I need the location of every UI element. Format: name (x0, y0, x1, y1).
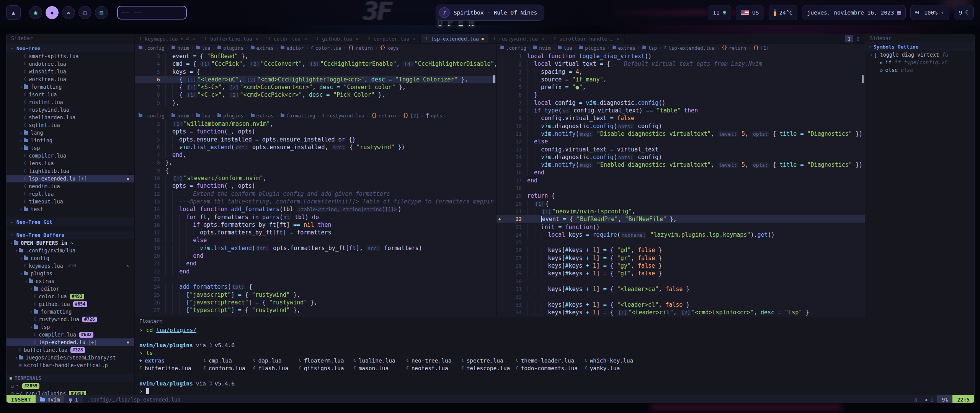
code-line[interactable]: 27▏ ▏ ▏ keys[#keys + 1] = { "gr", false … (497, 254, 865, 262)
code-line[interactable]: 17▏ ▏ ▏ ▏ ▏ opts.formatters_by_ft[ft] = … (135, 229, 496, 236)
app-circle-1[interactable]: ◉ (29, 6, 42, 19)
breadcrumb-segment[interactable]: {}return (348, 45, 373, 51)
tree-item[interactable]: ▤scrollbar-handle-vertical.p (7, 361, 134, 369)
tree-item[interactable]: ☾rustfmt.lua (7, 98, 134, 106)
tree-item[interactable]: ▾extras (7, 277, 134, 285)
file-entry[interactable]: ☾neo-tree.lua (406, 357, 461, 364)
outline-item[interactable]: ◇ifif type(config.vi (865, 59, 974, 66)
breadcrumb-segment[interactable]: editor (281, 45, 304, 51)
breadcrumb-segment[interactable]: lua (196, 113, 211, 119)
file-entry[interactable]: ☾yanky.lua (585, 364, 865, 372)
section-header-neo-tree[interactable]: ▾Neo-Tree (7, 44, 134, 52)
breadcrumb-segment[interactable]: lua (196, 45, 211, 51)
code-line[interactable]: 3▏ ▏ spacing = 4, (497, 68, 865, 76)
close-icon[interactable]: × (356, 36, 359, 42)
breadcrumb-segment[interactable]: nvim (172, 45, 189, 51)
tree-item[interactable]: ☾keymaps.lua#10⚠ (7, 262, 134, 270)
code-line[interactable]: 2▏ local virtual_text = { -- Default vir… (497, 60, 865, 68)
code-line[interactable]: ●22▏ ▏ event = { "BufReadPre", "BufNewFi… (497, 215, 865, 223)
file-entry[interactable]: ☾todo-comments.lua (516, 364, 585, 372)
breadcrumb-segment[interactable]: nvim (533, 45, 550, 51)
breadcrumb-segment[interactable]: ☾lsp-extended.lua (664, 45, 715, 51)
editor-tab[interactable]: ☾color.lua× (263, 34, 312, 43)
breadcrumb-segment[interactable]: {}return (371, 113, 396, 119)
file-entry[interactable]: ☾bufferline.lua (139, 364, 203, 372)
code-line[interactable]: 31▏ ▏ ▏ keys[#keys + 1] = { "<leader>ca"… (497, 285, 865, 293)
tree-item[interactable]: ▾plugins (7, 270, 134, 277)
tree-item[interactable]: ▸linting (7, 137, 134, 144)
editor-tab[interactable]: ☾rustywind.lua× (489, 34, 549, 43)
tree-item[interactable]: ▾.config/nvim/lua (7, 247, 134, 254)
breadcrumb-segment[interactable]: formatting (281, 113, 315, 119)
close-icon[interactable]: × (256, 36, 259, 42)
tree-item[interactable]: ▾formatting (7, 308, 134, 315)
breadcrumb-segment[interactable]: extras (612, 45, 635, 51)
tree-item[interactable]: ☾repl.lua (7, 190, 134, 198)
code-line[interactable]: 10▏ ▏ vim.diagnostic.config(opts: config… (497, 122, 865, 130)
tree-item[interactable]: ▾OPEN BUFFERS in ~ (7, 239, 134, 247)
code-line[interactable]: 11▏ ▏ vim.notify(msg: "Disable diagnosti… (497, 130, 865, 138)
app-circle-5[interactable]: ▤ (95, 6, 108, 19)
code-line[interactable]: 21▏ ▏ ▏ end (135, 260, 496, 267)
breadcrumb-segment[interactable]: ☾rustywind.lua (322, 113, 364, 119)
breadcrumb-segment[interactable]: {}[1] (753, 45, 769, 51)
tree-item[interactable]: ☾isort.lua (7, 91, 134, 98)
close-icon[interactable]: × (541, 36, 544, 42)
code-line[interactable]: 27▏ ▏ ▏ ["typescript"] = { "rustywind" }… (135, 306, 496, 314)
tree-item[interactable]: ☾color.lua#493 (7, 293, 134, 300)
code-line[interactable]: 33▏ ▏ ▏ keys[#keys + 1] = { "<leader>cl"… (497, 301, 865, 309)
tree-item[interactable]: ☾rustywind.lua (7, 106, 134, 114)
code-line[interactable]: 24▏ ▏ ▏ local keys = require(modname: "l… (497, 231, 865, 239)
code-line[interactable]: 15▏ ▏ ▏ for ft, formatters in pairs(t: t… (135, 213, 496, 221)
breadcrumb-segment[interactable]: nvim (172, 113, 189, 119)
outline-item[interactable]: ▾ƒtoggle_diag_virtextfu (865, 51, 974, 59)
tree-item[interactable]: ☾neodim.lua (7, 182, 134, 190)
breadcrumb-segment[interactable]: extras (251, 45, 274, 51)
night-mode-pill[interactable]: 9 ☾ (954, 5, 974, 20)
code-line[interactable]: 32 (497, 293, 865, 301)
prompt-widget[interactable]: —— —— (117, 6, 187, 20)
code-line[interactable]: 8▏ if type(v: config.virtual_text) == "t… (497, 107, 865, 114)
app-circle-4[interactable]: ▢ (78, 6, 91, 19)
outline-item[interactable]: ◇elseelse (865, 66, 974, 74)
close-icon[interactable]: × (192, 36, 195, 42)
tree-item[interactable]: ☾compiler.lua#682 (7, 331, 134, 338)
code-line[interactable]: 34▏ ▏ ▏ keys[#keys + 1] = { [1]"<leader>… (497, 309, 865, 316)
code-line[interactable]: 25 (497, 239, 865, 246)
code-line[interactable]: 3▏ [1]"williamboman/mason.nvim", (135, 120, 496, 128)
code-line[interactable]: 23 (135, 275, 496, 283)
tabpage-2[interactable]: 2 (854, 35, 862, 42)
code-line[interactable]: 24▏ ▏ add_formatters(tbl: { (135, 283, 496, 291)
breadcrumb-segment[interactable]: .config (500, 45, 526, 51)
editor-tab[interactable]: ☾scrollbar-handle-…× (549, 34, 625, 43)
code-line[interactable]: 30 (497, 278, 865, 285)
breadcrumb-segment[interactable]: lua (558, 45, 572, 51)
tree-item[interactable]: ☾undotree.lua (7, 60, 134, 68)
file-entry[interactable]: ☾telescope.lua (461, 364, 516, 372)
date-pill[interactable]: jueves, noviembre 16, 2023 ▦ (802, 5, 906, 20)
terminal-item[interactable]: ▢~/.c/n/l/plugins#3980 (7, 390, 134, 395)
tree-item[interactable]: ▾Juegos/Indies/SteamLibrary/st (7, 354, 134, 361)
code-line[interactable]: 7▏ local config = vim.diagnostic.config(… (497, 99, 865, 107)
code-line[interactable]: 26▏ ▏ ▏ keys[#keys + 1] = { "gd", false … (497, 246, 865, 254)
tree-item[interactable]: ▸lang (7, 129, 134, 137)
code-line[interactable]: 13▏ ▏ ---@param tbl table<string, confor… (135, 198, 496, 205)
launcher-button[interactable]: ▲ (6, 5, 21, 20)
file-entry[interactable]: ☾conform.lua (203, 364, 253, 372)
editor-tab[interactable]: ☾bufferline.lua× (200, 34, 264, 43)
code-line[interactable]: 5▏ keys = { (135, 68, 496, 76)
code-line[interactable]: 4▏ ▏ source = "if_many", (497, 76, 865, 83)
code-line[interactable]: 29▏ ▏ ▏ keys[#keys + 1] = { "gI", false … (497, 270, 865, 277)
tree-item[interactable]: ☾winshift.lua (7, 68, 134, 75)
code-line[interactable]: 14▏ ▏ local function add_formatters(tbl … (135, 205, 496, 213)
editor-tab[interactable]: ☾lsp-extended.lua● (421, 34, 489, 43)
tree-item[interactable]: ▸test (7, 205, 134, 213)
file-entry[interactable]: ☾spectre.lua (461, 357, 516, 364)
scrollbar-handle[interactable] (493, 75, 495, 83)
tree-item[interactable]: ☾shellharden.lua (7, 114, 134, 121)
file-entry[interactable]: ☾lualine.lua (353, 357, 406, 364)
code-line[interactable]: 15▏ ▏ vim.notify(msg: "Enabled diagnosti… (497, 161, 865, 169)
now-playing-widget[interactable]: ♪ Spiritbox - Rule Of Nines (436, 5, 544, 21)
tabpage-1[interactable]: 1 (845, 35, 853, 42)
tree-item[interactable]: ▾lsp (7, 144, 134, 152)
